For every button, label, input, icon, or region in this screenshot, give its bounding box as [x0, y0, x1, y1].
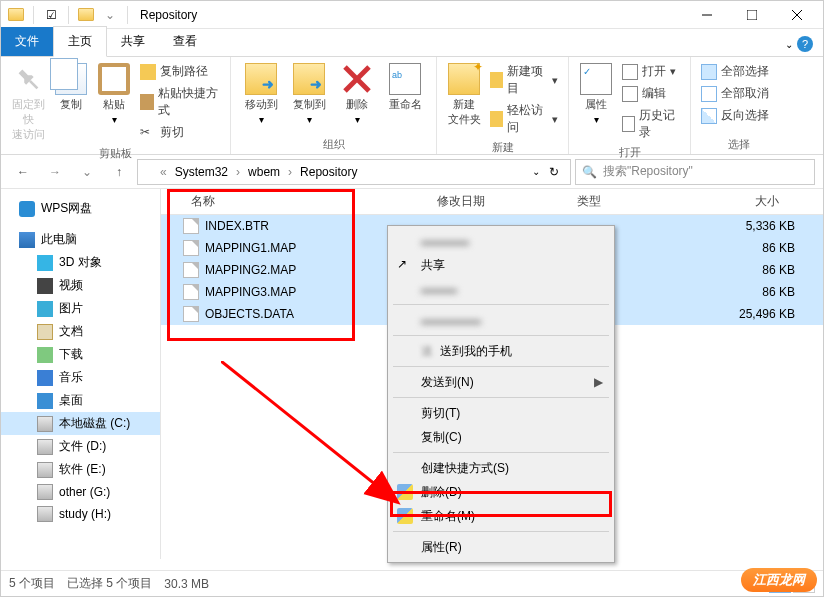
copyto-button[interactable]: ➜ 复制到▾ [285, 61, 333, 127]
nav-row: ← → ⌄ ↑ « System32› wbem› Repository ⌄ ↻… [1, 155, 823, 189]
column-type[interactable]: 类型 [569, 189, 689, 214]
recent-dropdown[interactable]: ⌄ [73, 158, 101, 186]
tree-cdrive[interactable]: 本地磁盘 (C:) [1, 412, 160, 435]
ctx-copy[interactable]: 复制(C) [391, 425, 611, 449]
pin-button[interactable]: 固定到快 速访问 [7, 61, 50, 144]
file-list[interactable]: 名称 修改日期 类型 大小 INDEX.BTR5,336 KBMAPPING1.… [161, 189, 823, 559]
status-itemcount: 5 个项目 [9, 575, 55, 592]
disk-icon [37, 506, 53, 522]
column-date[interactable]: 修改日期 [429, 189, 569, 214]
share-icon: ↗ [397, 257, 413, 273]
tree-pictures[interactable]: 图片 [1, 297, 160, 320]
refresh-button[interactable]: ↻ [542, 160, 566, 184]
file-icon [183, 262, 199, 278]
ctx-properties[interactable]: 属性(R) [391, 535, 611, 559]
selectnone-button[interactable]: 全部取消 [697, 83, 773, 104]
ctx-cut[interactable]: 剪切(T) [391, 401, 611, 425]
breadcrumb-item[interactable]: wbem [244, 163, 284, 181]
newfolder-button[interactable]: 新建 文件夹 [443, 61, 486, 129]
cut-button[interactable]: ✂剪切 [136, 122, 224, 143]
shield-icon [397, 508, 413, 524]
copy-button[interactable]: 复制 [50, 61, 93, 114]
address-bar[interactable]: « System32› wbem› Repository ⌄ ↻ [137, 159, 571, 185]
music-icon [37, 370, 53, 386]
forward-button[interactable]: → [41, 158, 69, 186]
qat-dropdown[interactable]: ⌄ [99, 4, 121, 26]
qat-checkbox[interactable]: ☑ [40, 4, 62, 26]
folder-icon [142, 166, 156, 178]
maximize-button[interactable] [729, 1, 774, 29]
tree-hdrive[interactable]: study (H:) [1, 503, 160, 525]
copyto-icon: ➜ [293, 63, 325, 95]
watermark: 江西龙网 [741, 568, 817, 592]
breadcrumb-item[interactable]: Repository [296, 163, 361, 181]
video-icon [37, 278, 53, 294]
tree-ddrive[interactable]: 文件 (D:) [1, 435, 160, 458]
back-button[interactable]: ← [9, 158, 37, 186]
tree-downloads[interactable]: 下载 [1, 343, 160, 366]
minimize-button[interactable] [684, 1, 729, 29]
properties-button[interactable]: 属性▾ [575, 61, 618, 127]
ctx-sendto[interactable]: 发送到(N)▶ [391, 370, 611, 394]
tree-edrive[interactable]: 软件 (E:) [1, 458, 160, 481]
newitem-icon [490, 72, 504, 88]
history-button[interactable]: 历史记录 [618, 105, 685, 143]
copy-icon [55, 63, 87, 95]
ctx-item[interactable]: ▬▬▬ [391, 277, 611, 301]
tab-home[interactable]: 主页 [53, 26, 107, 57]
ctx-item[interactable]: ▬▬▬▬▬ [391, 308, 611, 332]
tree-wps[interactable]: WPS网盘 [1, 197, 160, 220]
tree-desktop[interactable]: 桌面 [1, 389, 160, 412]
delete-button[interactable]: 删除▾ [333, 61, 381, 127]
help-icon[interactable]: ? [797, 36, 813, 52]
ctx-sendphone[interactable]: 送 送到我的手机 [391, 339, 611, 363]
moveto-button[interactable]: ➜ 移动到▾ [237, 61, 285, 127]
breadcrumb-item[interactable]: System32 [171, 163, 232, 181]
copypath-button[interactable]: 复制路径 [136, 61, 224, 82]
tree-documents[interactable]: 文档 [1, 320, 160, 343]
rename-button[interactable]: ab 重命名 [381, 61, 429, 114]
path-icon [140, 64, 156, 80]
cube-icon [37, 255, 53, 271]
tree-video[interactable]: 视频 [1, 274, 160, 297]
easyaccess-button[interactable]: 轻松访问 ▾ [486, 100, 562, 138]
folder-icon [5, 4, 27, 26]
open-button[interactable]: 打开 ▾ [618, 61, 685, 82]
pin-icon [6, 56, 51, 101]
ctx-rename[interactable]: 重命名(M) [391, 504, 611, 528]
file-size: 86 KB [705, 285, 803, 299]
context-menu: ▬▬▬▬ ↗共享 ▬▬▬ ▬▬▬▬▬ 送 送到我的手机 发送到(N)▶ 剪切(T… [387, 225, 615, 563]
ctx-share[interactable]: ↗共享 [391, 253, 611, 277]
pasteshortcut-button[interactable]: 粘贴快捷方式 [136, 83, 224, 121]
selectall-button[interactable]: 全部选择 [697, 61, 773, 82]
tree-music[interactable]: 音乐 [1, 366, 160, 389]
chevron-down-icon[interactable]: ⌄ [532, 166, 540, 177]
ctx-delete[interactable]: 删除(D) [391, 480, 611, 504]
disk-icon [37, 416, 53, 432]
ribbon-help[interactable]: ⌄ ? [775, 32, 823, 56]
tab-file[interactable]: 文件 [1, 27, 53, 56]
nav-tree[interactable]: WPS网盘 此电脑 3D 对象 视频 图片 文档 下载 音乐 桌面 本地磁盘 (… [1, 189, 161, 559]
close-button[interactable] [774, 1, 819, 29]
column-name[interactable]: 名称 [183, 189, 429, 214]
column-size[interactable]: 大小 [689, 189, 787, 214]
paste-button[interactable]: 粘贴 ▾ [93, 61, 136, 127]
edit-button[interactable]: 编辑 [618, 83, 685, 104]
invert-icon [701, 108, 717, 124]
file-size: 86 KB [705, 263, 803, 277]
tree-3d[interactable]: 3D 对象 [1, 251, 160, 274]
tree-thispc[interactable]: 此电脑 [1, 228, 160, 251]
invertselect-button[interactable]: 反向选择 [697, 105, 773, 126]
up-button[interactable]: ↑ [105, 158, 133, 186]
file-size: 86 KB [705, 241, 803, 255]
file-icon [183, 306, 199, 322]
tab-share[interactable]: 共享 [107, 27, 159, 56]
search-input[interactable]: 🔍 搜索"Repository" [575, 159, 815, 185]
newitem-button[interactable]: 新建项目 ▾ [486, 61, 562, 99]
ctx-shortcut[interactable]: 创建快捷方式(S) [391, 456, 611, 480]
tab-view[interactable]: 查看 [159, 27, 211, 56]
disk-icon [37, 484, 53, 500]
ctx-item[interactable]: ▬▬▬▬ [391, 229, 611, 253]
tree-gdrive[interactable]: other (G:) [1, 481, 160, 503]
delete-x-icon [341, 63, 373, 95]
